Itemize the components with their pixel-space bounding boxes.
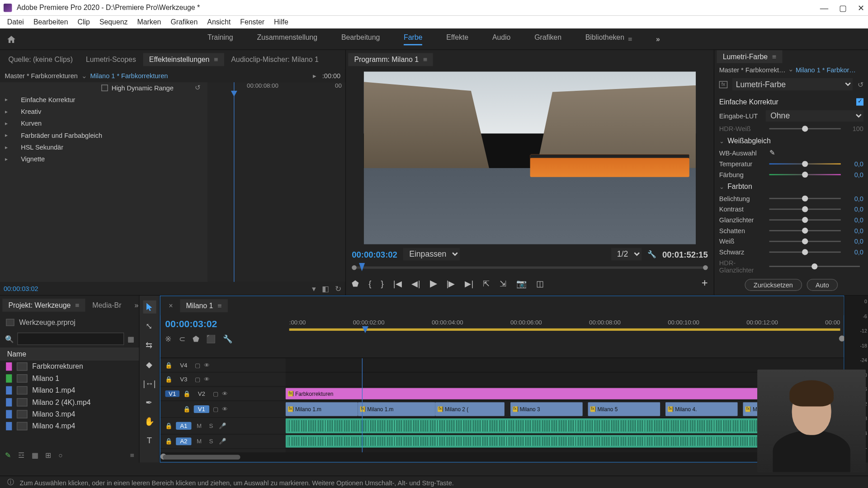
eye-icon[interactable]: 👁 <box>222 390 228 397</box>
linked-selection-icon[interactable]: ⊂ <box>179 334 186 343</box>
exp-value[interactable]: 0,0 <box>844 195 863 202</box>
compare-icon[interactable]: ◫ <box>536 279 544 288</box>
wh-slider[interactable] <box>769 241 841 242</box>
new-item-icon[interactable]: ▦ <box>127 335 134 343</box>
sync-lock-icon[interactable]: ▢ <box>195 376 200 383</box>
clip-video[interactable]: fxMilano 1.m <box>286 402 358 416</box>
project-item[interactable]: Milano 2 (4K).mp4 <box>0 396 139 408</box>
tab-effekteinstellungen[interactable]: Effekteinstellungen ≡ <box>143 53 224 66</box>
clip-video[interactable]: fxMilano 2 ( <box>435 402 505 416</box>
panel-menu-icon[interactable]: ≡ <box>770 52 776 61</box>
lock-icon[interactable]: 🔒 <box>165 362 172 369</box>
home-icon[interactable] <box>6 34 17 44</box>
fx-category[interactable]: HSL Sekundär <box>0 141 208 153</box>
playhead-icon[interactable] <box>234 82 234 282</box>
resolution-dropdown[interactable]: 1/2 <box>611 248 642 261</box>
chevron-down-icon[interactable]: ⌄ <box>719 183 724 190</box>
fx-category[interactable]: Farbräder und Farbabgleich <box>0 129 208 141</box>
fx-category[interactable]: Kurven <box>0 117 208 129</box>
maximize-button[interactable]: ▢ <box>839 3 847 13</box>
zoom-slider-icon[interactable]: ○ <box>58 451 63 459</box>
lumetri-effect-dropdown[interactable]: Lumetri-Farbe <box>732 78 853 91</box>
track-v3[interactable]: V3 <box>176 376 191 383</box>
freeform-view-icon[interactable]: ⊞ <box>45 451 51 459</box>
reset-icon[interactable]: ↺ <box>195 84 200 92</box>
track-select-tool[interactable]: ⤡ <box>143 319 156 333</box>
menu-grafiken[interactable]: Grafiken <box>166 18 203 26</box>
exp-slider[interactable] <box>769 198 841 199</box>
tab-quelle[interactable]: Quelle: (keine Clips) <box>2 53 79 66</box>
go-to-in-icon[interactable]: |◀ <box>393 279 402 288</box>
play-button[interactable]: ▶ <box>430 278 437 289</box>
bl-value[interactable]: 0,0 <box>844 249 863 256</box>
mic-icon[interactable]: 🎤 <box>219 422 226 429</box>
track-v1[interactable]: V1 <box>194 405 209 413</box>
menu-hilfe[interactable]: Hilfe <box>269 18 293 26</box>
mark-in-icon[interactable]: { <box>368 279 371 288</box>
hand-tool[interactable]: ✋ <box>143 415 156 428</box>
mic-icon[interactable]: 🎤 <box>219 438 226 445</box>
pen-tool[interactable]: ✒ <box>143 396 156 409</box>
workspace-menu-icon[interactable]: ≡ <box>628 35 632 43</box>
play-icon[interactable]: ▸ <box>313 72 316 80</box>
project-item[interactable]: Milano 1 <box>0 372 139 384</box>
temp-value[interactable]: 0,0 <box>844 160 863 168</box>
project-search-input[interactable] <box>17 333 124 345</box>
track-a1[interactable]: A1 <box>176 422 191 430</box>
track-v2[interactable]: V2 <box>194 390 209 397</box>
loop-icon[interactable]: ↻ <box>335 284 342 293</box>
tab-lumetri[interactable]: Lumetri-Farbe ≡ <box>717 50 782 63</box>
menu-datei[interactable]: Datei <box>2 18 28 26</box>
pencil-icon[interactable]: ✎ <box>5 451 11 459</box>
mute-icon[interactable]: M <box>195 422 203 429</box>
workspace-tab-farbe[interactable]: Farbe <box>404 33 422 45</box>
wh-value[interactable]: 0,0 <box>844 238 863 245</box>
hl-slider[interactable] <box>769 219 841 221</box>
hl-value[interactable]: 0,0 <box>844 216 863 224</box>
tab-program[interactable]: Programm: Milano 1 ≡ <box>348 53 433 66</box>
mute-icon[interactable]: M <box>195 438 203 445</box>
fit-dropdown[interactable]: Einpassen <box>403 248 460 261</box>
con-slider[interactable] <box>769 209 841 210</box>
razor-tool[interactable]: ◆ <box>143 357 156 371</box>
clip-video[interactable]: fxMilano 5 <box>588 402 660 416</box>
solo-icon[interactable]: S <box>207 422 215 429</box>
tab-sequence[interactable]: Milano 1 ≡ <box>180 299 227 312</box>
lock-icon[interactable]: 🔒 <box>165 376 172 383</box>
icon-view-icon[interactable]: ▦ <box>32 451 38 459</box>
clip-video[interactable]: fxMilano 3 <box>510 402 582 416</box>
menu-sequenz[interactable]: Sequenz <box>94 18 132 26</box>
project-item[interactable]: Milano 4.mp4 <box>0 420 139 432</box>
chevron-down-icon[interactable]: ⌄ <box>719 137 724 144</box>
panel-menu-icon[interactable]: ≡ <box>212 56 218 64</box>
close-button[interactable]: ✕ <box>858 3 865 13</box>
eye-icon[interactable]: 👁 <box>222 406 228 413</box>
program-video[interactable] <box>364 71 696 244</box>
section-wb[interactable]: Weißabgleich <box>727 136 771 145</box>
workspace-tab-zusammenstellung[interactable]: Zusammenstellung <box>257 33 317 45</box>
go-to-out-icon[interactable]: ▶| <box>465 279 473 288</box>
workspace-tab-bibliotheken[interactable]: Bibliotheken <box>585 33 624 45</box>
temp-slider[interactable] <box>769 163 841 164</box>
extract-icon[interactable]: ⇲ <box>500 279 507 288</box>
eye-icon[interactable]: 👁 <box>204 376 210 383</box>
step-fwd-icon[interactable]: |▶ <box>446 279 455 288</box>
workspace-tab-audio[interactable]: Audio <box>492 33 510 45</box>
tab-lumetri-scopes[interactable]: Lumetri-Scopes <box>80 53 142 66</box>
section-basic[interactable]: Einfache Korrektur <box>719 98 778 106</box>
auto-button[interactable]: Auto <box>807 279 838 291</box>
workspace-tab-training[interactable]: Training <box>208 33 233 45</box>
sh-value[interactable]: 0,0 <box>844 227 863 235</box>
bl-slider[interactable] <box>769 252 841 253</box>
solo-icon[interactable]: S <box>207 438 215 445</box>
tab-audioclip-mischer[interactable]: Audioclip-Mischer: Milano 1 <box>225 53 325 66</box>
workspace-tab-grafiken[interactable]: Grafiken <box>534 33 561 45</box>
fx-badge-icon[interactable]: fx <box>719 81 727 88</box>
snap-icon[interactable]: ※ <box>165 334 172 343</box>
menu-bearbeiten[interactable]: Bearbeiten <box>28 18 73 26</box>
eye-icon[interactable]: 👁 <box>204 362 210 369</box>
fx-category[interactable]: Einfache Korrektur <box>0 94 208 105</box>
filter-icon[interactable]: ▾ <box>312 284 316 293</box>
eyedropper-icon[interactable]: ✎ <box>769 149 775 157</box>
sync-lock-icon[interactable]: ▢ <box>195 362 200 369</box>
